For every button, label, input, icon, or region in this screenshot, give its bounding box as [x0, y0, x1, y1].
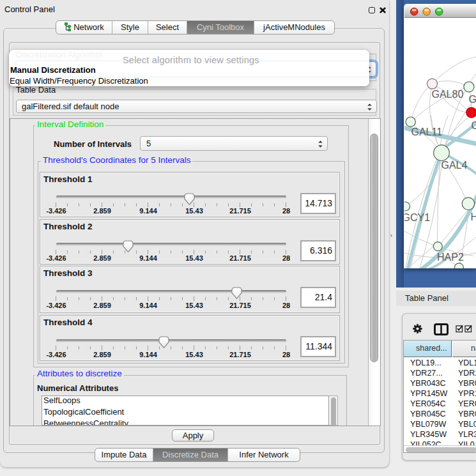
svg-text:GAL80: GAL80	[431, 89, 463, 100]
svg-text:GCY1: GCY1	[404, 212, 430, 223]
svg-text:HAP2: HAP2	[437, 252, 464, 263]
svg-text:GA: GA	[468, 93, 476, 104]
svg-text:GAL11: GAL11	[411, 126, 442, 137]
svg-text:C: C	[471, 120, 476, 131]
svg-text:H: H	[470, 211, 476, 222]
svg-text:GAL4: GAL4	[441, 160, 467, 171]
